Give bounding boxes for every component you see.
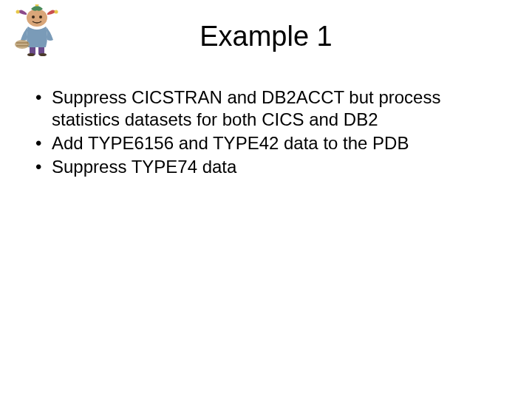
slide-title: Example 1	[0, 21, 532, 52]
svg-point-0	[27, 9, 47, 27]
svg-point-9	[27, 53, 35, 56]
svg-point-6	[15, 40, 30, 49]
wizard-jester-icon	[13, 4, 61, 56]
svg-point-10	[39, 53, 47, 56]
bullet-item: Add TYPE6156 and TYPE42 data to the PDB	[33, 132, 499, 154]
svg-point-5	[39, 16, 42, 18]
slide-header: Example 1	[0, 0, 532, 66]
content-area: Suppress CICSTRAN and DB2ACCT but proces…	[0, 66, 532, 178]
svg-point-2	[55, 10, 58, 14]
svg-point-3	[35, 4, 39, 7]
svg-point-1	[16, 10, 20, 14]
bullet-list: Suppress CICSTRAN and DB2ACCT but proces…	[33, 86, 499, 178]
bullet-item: Suppress TYPE74 data	[33, 156, 499, 178]
bullet-item: Suppress CICSTRAN and DB2ACCT but proces…	[33, 86, 499, 131]
svg-point-4	[32, 16, 35, 18]
